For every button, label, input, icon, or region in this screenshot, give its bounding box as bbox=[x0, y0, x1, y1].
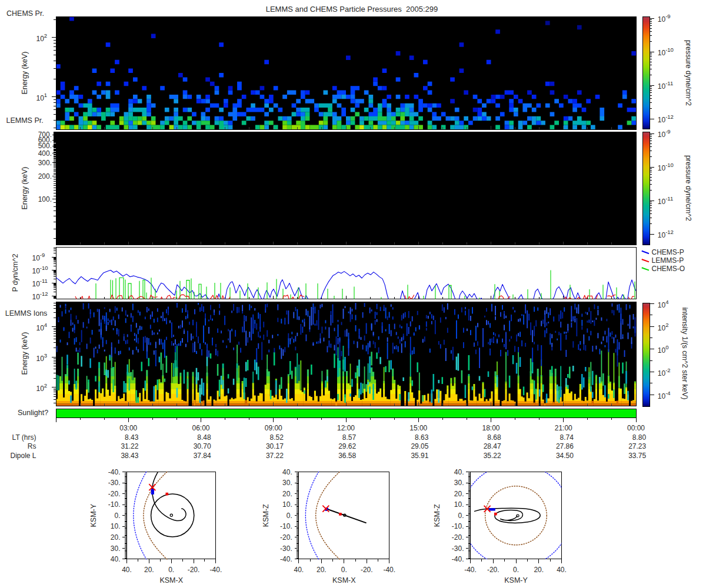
svg-text:10-10: 10-10 bbox=[32, 265, 48, 275]
svg-text:37.84: 37.84 bbox=[194, 452, 211, 460]
svg-text:10-11: 10-11 bbox=[32, 278, 48, 288]
svg-text:30.70: 30.70 bbox=[194, 442, 211, 450]
svg-text:P dyn/cm^2: P dyn/cm^2 bbox=[11, 254, 19, 292]
svg-text:20.: 20. bbox=[144, 566, 154, 574]
svg-text:-20.: -20. bbox=[280, 533, 292, 542]
svg-text:29.62: 29.62 bbox=[338, 442, 356, 450]
svg-text:Energy (keV): Energy (keV) bbox=[21, 332, 29, 375]
svg-text:8.57: 8.57 bbox=[342, 433, 357, 442]
svg-text:20.: 20. bbox=[282, 490, 292, 498]
svg-text:8.63: 8.63 bbox=[415, 433, 429, 442]
svg-text:-10.: -10. bbox=[280, 522, 292, 530]
svg-text:40.: 40. bbox=[282, 468, 292, 476]
svg-text:27.86: 27.86 bbox=[556, 442, 574, 450]
svg-text:30.: 30. bbox=[282, 479, 292, 487]
svg-text:intensity 1/(s cm^2 ster keV): intensity 1/(s cm^2 ster keV) bbox=[681, 308, 689, 400]
svg-text:-10.: -10. bbox=[452, 522, 464, 530]
svg-text:20.: 20. bbox=[317, 566, 327, 574]
svg-text:36.58: 36.58 bbox=[338, 452, 356, 460]
svg-text:10-12: 10-12 bbox=[658, 113, 674, 124]
svg-text:15:00: 15:00 bbox=[409, 424, 427, 432]
svg-text:28.47: 28.47 bbox=[484, 442, 501, 450]
svg-text:35.22: 35.22 bbox=[484, 452, 501, 460]
svg-text:-20.: -20. bbox=[108, 490, 121, 498]
svg-text:KSM-X: KSM-X bbox=[332, 576, 356, 584]
svg-text:40.: 40. bbox=[557, 566, 567, 574]
svg-text:700.: 700. bbox=[38, 131, 52, 139]
svg-text:-30.: -30. bbox=[108, 479, 121, 487]
svg-text:8.43: 8.43 bbox=[125, 433, 139, 442]
svg-text:-30.: -30. bbox=[452, 544, 464, 553]
svg-text:LEMMS Ions: LEMMS Ions bbox=[5, 309, 48, 318]
svg-text:LT (hrs): LT (hrs) bbox=[12, 433, 36, 442]
svg-text:37.22: 37.22 bbox=[266, 452, 284, 460]
svg-text:27.23: 27.23 bbox=[628, 442, 646, 450]
svg-text:102: 102 bbox=[658, 322, 669, 332]
svg-text:00:00: 00:00 bbox=[627, 424, 645, 432]
svg-text:KSM-Y: KSM-Y bbox=[89, 503, 98, 527]
svg-text:LEMMS-P: LEMMS-P bbox=[652, 256, 684, 265]
svg-text:06:00: 06:00 bbox=[192, 424, 209, 432]
svg-text:-20.: -20. bbox=[452, 533, 464, 542]
svg-text:20.: 20. bbox=[454, 490, 464, 498]
svg-text:-40.: -40. bbox=[108, 468, 121, 476]
svg-text:pressure dyne/cm^2: pressure dyne/cm^2 bbox=[684, 40, 692, 106]
svg-text:CHEMS-P: CHEMS-P bbox=[652, 248, 684, 256]
svg-text:200.: 200. bbox=[38, 172, 52, 181]
svg-text:8.80: 8.80 bbox=[632, 433, 647, 442]
svg-text:10-2: 10-2 bbox=[658, 367, 671, 377]
svg-text:Dipole L: Dipole L bbox=[10, 452, 36, 460]
svg-text:10-10: 10-10 bbox=[658, 162, 674, 172]
svg-text:100.: 100. bbox=[38, 195, 52, 203]
svg-text:10-10: 10-10 bbox=[658, 46, 674, 57]
svg-text:-10.: -10. bbox=[108, 500, 121, 509]
svg-text:10.: 10. bbox=[282, 500, 292, 509]
svg-text:CHEMS-O: CHEMS-O bbox=[652, 265, 685, 273]
svg-text:33.75: 33.75 bbox=[628, 452, 646, 460]
svg-text:0.: 0. bbox=[287, 512, 292, 520]
svg-text:LEMMS Pr.: LEMMS Pr. bbox=[6, 116, 44, 125]
svg-text:40.: 40. bbox=[454, 468, 464, 476]
svg-text:40.: 40. bbox=[111, 555, 121, 563]
svg-text:38.43: 38.43 bbox=[121, 452, 138, 460]
svg-text:Energy (keV): Energy (keV) bbox=[21, 167, 29, 210]
svg-text:100: 100 bbox=[658, 344, 669, 355]
svg-text:10-11: 10-11 bbox=[658, 195, 673, 206]
svg-text:29.05: 29.05 bbox=[411, 442, 428, 450]
svg-text:-20.: -20. bbox=[487, 566, 499, 574]
svg-text:10-12: 10-12 bbox=[32, 290, 48, 301]
svg-text:KSM-Z: KSM-Z bbox=[433, 504, 441, 527]
svg-text:8.74: 8.74 bbox=[560, 433, 574, 442]
svg-text:0.: 0. bbox=[458, 512, 464, 520]
svg-text:10.: 10. bbox=[454, 500, 464, 509]
svg-text:30.17: 30.17 bbox=[266, 442, 284, 450]
svg-text:34.50: 34.50 bbox=[556, 452, 574, 460]
svg-text:-40.: -40. bbox=[464, 566, 477, 574]
svg-text:Energy (keV): Energy (keV) bbox=[21, 52, 29, 95]
svg-text:10-4: 10-4 bbox=[658, 390, 671, 400]
svg-text:12:00: 12:00 bbox=[337, 424, 355, 432]
svg-text:104: 104 bbox=[36, 322, 48, 332]
svg-text:103: 103 bbox=[36, 352, 48, 363]
svg-text:Sunlight?: Sunlight? bbox=[18, 409, 48, 417]
svg-text:31.22: 31.22 bbox=[121, 442, 138, 450]
svg-text:pressure dyne/cm^2: pressure dyne/cm^2 bbox=[684, 155, 692, 221]
svg-text:-30.: -30. bbox=[280, 544, 292, 553]
svg-text:03:00: 03:00 bbox=[119, 424, 137, 432]
svg-text:10-9: 10-9 bbox=[658, 128, 671, 139]
svg-text:8.48: 8.48 bbox=[197, 433, 211, 442]
svg-text:40.: 40. bbox=[122, 566, 132, 574]
svg-text:-20.: -20. bbox=[188, 566, 200, 574]
svg-text:104: 104 bbox=[658, 299, 669, 309]
svg-text:400.: 400. bbox=[38, 149, 52, 158]
svg-text:102: 102 bbox=[36, 382, 48, 393]
svg-text:-40.: -40. bbox=[280, 555, 292, 563]
svg-text:35.91: 35.91 bbox=[411, 452, 428, 460]
svg-text:10-9: 10-9 bbox=[658, 13, 671, 24]
svg-text:40.: 40. bbox=[294, 566, 304, 574]
svg-text:10.: 10. bbox=[111, 522, 121, 530]
svg-text:20.: 20. bbox=[534, 566, 544, 574]
svg-text:CHEMS Pr.: CHEMS Pr. bbox=[6, 9, 44, 18]
svg-text:0.: 0. bbox=[513, 566, 519, 574]
svg-text:8.68: 8.68 bbox=[487, 433, 501, 442]
